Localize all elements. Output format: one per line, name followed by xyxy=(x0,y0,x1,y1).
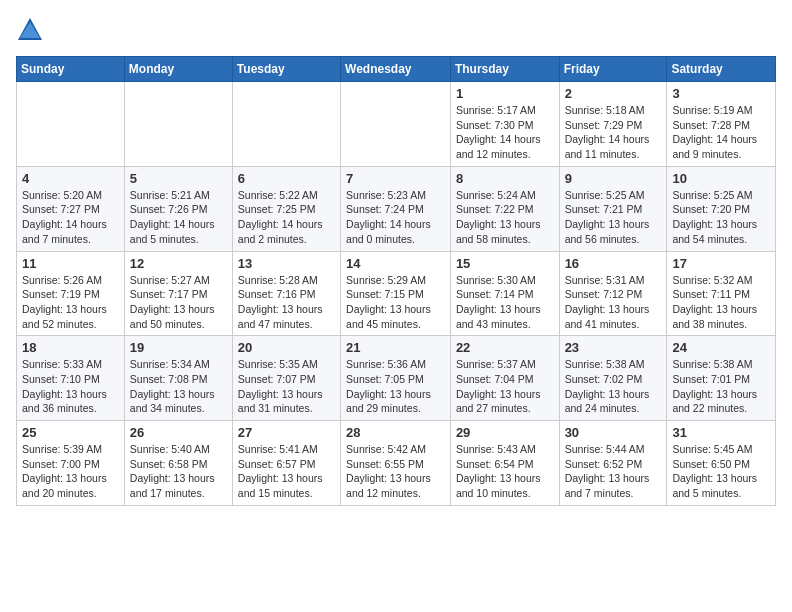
day-number: 12 xyxy=(130,256,227,271)
day-info: Sunrise: 5:19 AMSunset: 7:28 PMDaylight:… xyxy=(672,103,770,162)
calendar-cell xyxy=(232,82,340,167)
day-number: 26 xyxy=(130,425,227,440)
day-info: Sunrise: 5:39 AMSunset: 7:00 PMDaylight:… xyxy=(22,442,119,501)
day-number: 3 xyxy=(672,86,770,101)
day-info: Sunrise: 5:42 AMSunset: 6:55 PMDaylight:… xyxy=(346,442,445,501)
calendar-cell: 18Sunrise: 5:33 AMSunset: 7:10 PMDayligh… xyxy=(17,336,125,421)
day-number: 7 xyxy=(346,171,445,186)
day-info: Sunrise: 5:21 AMSunset: 7:26 PMDaylight:… xyxy=(130,188,227,247)
calendar-header-wednesday: Wednesday xyxy=(341,57,451,82)
day-number: 22 xyxy=(456,340,554,355)
calendar-cell: 11Sunrise: 5:26 AMSunset: 7:19 PMDayligh… xyxy=(17,251,125,336)
day-info: Sunrise: 5:38 AMSunset: 7:01 PMDaylight:… xyxy=(672,357,770,416)
day-number: 28 xyxy=(346,425,445,440)
calendar-cell: 9Sunrise: 5:25 AMSunset: 7:21 PMDaylight… xyxy=(559,166,667,251)
day-number: 21 xyxy=(346,340,445,355)
day-number: 25 xyxy=(22,425,119,440)
page-header xyxy=(16,16,776,44)
day-number: 4 xyxy=(22,171,119,186)
calendar-cell xyxy=(17,82,125,167)
calendar-cell: 6Sunrise: 5:22 AMSunset: 7:25 PMDaylight… xyxy=(232,166,340,251)
logo xyxy=(16,16,48,44)
calendar-cell: 12Sunrise: 5:27 AMSunset: 7:17 PMDayligh… xyxy=(124,251,232,336)
calendar-header-row: SundayMondayTuesdayWednesdayThursdayFrid… xyxy=(17,57,776,82)
calendar-cell: 19Sunrise: 5:34 AMSunset: 7:08 PMDayligh… xyxy=(124,336,232,421)
day-number: 14 xyxy=(346,256,445,271)
day-number: 5 xyxy=(130,171,227,186)
calendar-cell: 25Sunrise: 5:39 AMSunset: 7:00 PMDayligh… xyxy=(17,421,125,506)
day-info: Sunrise: 5:17 AMSunset: 7:30 PMDaylight:… xyxy=(456,103,554,162)
day-info: Sunrise: 5:30 AMSunset: 7:14 PMDaylight:… xyxy=(456,273,554,332)
calendar-cell: 20Sunrise: 5:35 AMSunset: 7:07 PMDayligh… xyxy=(232,336,340,421)
calendar-cell: 26Sunrise: 5:40 AMSunset: 6:58 PMDayligh… xyxy=(124,421,232,506)
day-info: Sunrise: 5:37 AMSunset: 7:04 PMDaylight:… xyxy=(456,357,554,416)
day-info: Sunrise: 5:27 AMSunset: 7:17 PMDaylight:… xyxy=(130,273,227,332)
day-number: 24 xyxy=(672,340,770,355)
day-info: Sunrise: 5:40 AMSunset: 6:58 PMDaylight:… xyxy=(130,442,227,501)
day-info: Sunrise: 5:41 AMSunset: 6:57 PMDaylight:… xyxy=(238,442,335,501)
day-number: 19 xyxy=(130,340,227,355)
calendar-cell: 27Sunrise: 5:41 AMSunset: 6:57 PMDayligh… xyxy=(232,421,340,506)
day-number: 23 xyxy=(565,340,662,355)
calendar-cell: 21Sunrise: 5:36 AMSunset: 7:05 PMDayligh… xyxy=(341,336,451,421)
calendar-header-saturday: Saturday xyxy=(667,57,776,82)
day-number: 10 xyxy=(672,171,770,186)
day-info: Sunrise: 5:22 AMSunset: 7:25 PMDaylight:… xyxy=(238,188,335,247)
calendar-cell: 10Sunrise: 5:25 AMSunset: 7:20 PMDayligh… xyxy=(667,166,776,251)
day-info: Sunrise: 5:35 AMSunset: 7:07 PMDaylight:… xyxy=(238,357,335,416)
day-info: Sunrise: 5:25 AMSunset: 7:21 PMDaylight:… xyxy=(565,188,662,247)
calendar-cell: 15Sunrise: 5:30 AMSunset: 7:14 PMDayligh… xyxy=(450,251,559,336)
day-number: 29 xyxy=(456,425,554,440)
day-info: Sunrise: 5:24 AMSunset: 7:22 PMDaylight:… xyxy=(456,188,554,247)
day-info: Sunrise: 5:32 AMSunset: 7:11 PMDaylight:… xyxy=(672,273,770,332)
calendar-cell: 31Sunrise: 5:45 AMSunset: 6:50 PMDayligh… xyxy=(667,421,776,506)
day-info: Sunrise: 5:45 AMSunset: 6:50 PMDaylight:… xyxy=(672,442,770,501)
calendar-cell: 22Sunrise: 5:37 AMSunset: 7:04 PMDayligh… xyxy=(450,336,559,421)
calendar-cell: 5Sunrise: 5:21 AMSunset: 7:26 PMDaylight… xyxy=(124,166,232,251)
calendar-cell: 28Sunrise: 5:42 AMSunset: 6:55 PMDayligh… xyxy=(341,421,451,506)
day-info: Sunrise: 5:38 AMSunset: 7:02 PMDaylight:… xyxy=(565,357,662,416)
calendar-cell: 17Sunrise: 5:32 AMSunset: 7:11 PMDayligh… xyxy=(667,251,776,336)
calendar-cell: 1Sunrise: 5:17 AMSunset: 7:30 PMDaylight… xyxy=(450,82,559,167)
day-number: 18 xyxy=(22,340,119,355)
day-number: 2 xyxy=(565,86,662,101)
calendar-week-row: 1Sunrise: 5:17 AMSunset: 7:30 PMDaylight… xyxy=(17,82,776,167)
calendar-cell: 16Sunrise: 5:31 AMSunset: 7:12 PMDayligh… xyxy=(559,251,667,336)
day-number: 9 xyxy=(565,171,662,186)
calendar-cell: 23Sunrise: 5:38 AMSunset: 7:02 PMDayligh… xyxy=(559,336,667,421)
svg-marker-1 xyxy=(20,22,40,38)
day-number: 11 xyxy=(22,256,119,271)
day-number: 15 xyxy=(456,256,554,271)
calendar-week-row: 11Sunrise: 5:26 AMSunset: 7:19 PMDayligh… xyxy=(17,251,776,336)
day-info: Sunrise: 5:29 AMSunset: 7:15 PMDaylight:… xyxy=(346,273,445,332)
day-info: Sunrise: 5:20 AMSunset: 7:27 PMDaylight:… xyxy=(22,188,119,247)
day-info: Sunrise: 5:26 AMSunset: 7:19 PMDaylight:… xyxy=(22,273,119,332)
day-info: Sunrise: 5:43 AMSunset: 6:54 PMDaylight:… xyxy=(456,442,554,501)
day-number: 6 xyxy=(238,171,335,186)
calendar-week-row: 18Sunrise: 5:33 AMSunset: 7:10 PMDayligh… xyxy=(17,336,776,421)
calendar-cell xyxy=(341,82,451,167)
calendar-table: SundayMondayTuesdayWednesdayThursdayFrid… xyxy=(16,56,776,506)
day-info: Sunrise: 5:44 AMSunset: 6:52 PMDaylight:… xyxy=(565,442,662,501)
calendar-cell: 13Sunrise: 5:28 AMSunset: 7:16 PMDayligh… xyxy=(232,251,340,336)
calendar-cell: 14Sunrise: 5:29 AMSunset: 7:15 PMDayligh… xyxy=(341,251,451,336)
day-number: 8 xyxy=(456,171,554,186)
day-info: Sunrise: 5:34 AMSunset: 7:08 PMDaylight:… xyxy=(130,357,227,416)
day-info: Sunrise: 5:33 AMSunset: 7:10 PMDaylight:… xyxy=(22,357,119,416)
calendar-cell: 2Sunrise: 5:18 AMSunset: 7:29 PMDaylight… xyxy=(559,82,667,167)
day-number: 1 xyxy=(456,86,554,101)
calendar-cell: 29Sunrise: 5:43 AMSunset: 6:54 PMDayligh… xyxy=(450,421,559,506)
day-info: Sunrise: 5:18 AMSunset: 7:29 PMDaylight:… xyxy=(565,103,662,162)
calendar-week-row: 4Sunrise: 5:20 AMSunset: 7:27 PMDaylight… xyxy=(17,166,776,251)
day-info: Sunrise: 5:23 AMSunset: 7:24 PMDaylight:… xyxy=(346,188,445,247)
calendar-cell xyxy=(124,82,232,167)
calendar-header-thursday: Thursday xyxy=(450,57,559,82)
day-number: 27 xyxy=(238,425,335,440)
calendar-cell: 30Sunrise: 5:44 AMSunset: 6:52 PMDayligh… xyxy=(559,421,667,506)
calendar-cell: 8Sunrise: 5:24 AMSunset: 7:22 PMDaylight… xyxy=(450,166,559,251)
calendar-week-row: 25Sunrise: 5:39 AMSunset: 7:00 PMDayligh… xyxy=(17,421,776,506)
day-info: Sunrise: 5:25 AMSunset: 7:20 PMDaylight:… xyxy=(672,188,770,247)
day-number: 31 xyxy=(672,425,770,440)
calendar-header-friday: Friday xyxy=(559,57,667,82)
logo-icon xyxy=(16,16,44,44)
